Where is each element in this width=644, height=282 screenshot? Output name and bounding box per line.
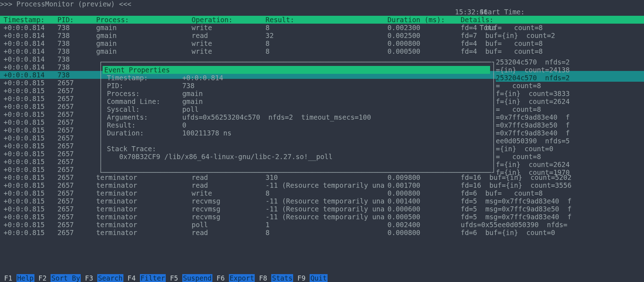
cell-process: gmain [96,32,192,39]
popup-border-right-icon: │ [492,82,496,90]
cell-duration: 0.002400 [387,221,461,229]
details-fragment: │253204c570 nfds=2 [492,74,644,82]
fn-filter-button[interactable]: Filter [140,274,166,282]
fn-stats-button[interactable]: Stats [271,274,293,282]
cell-result: 8 [265,47,387,55]
cell-pid: 2657 [57,221,96,229]
cell-pid: 2657 [57,126,96,134]
cell-result: -11 (Resource temporarily una [265,181,387,189]
details-fragment-text: ={in} count=24138 [496,66,644,74]
col-pid[interactable]: PID: [57,16,96,24]
cell-timestamp: +0:0:0.815 [0,134,57,142]
popup-border-right-icon: │ [492,66,496,74]
cell-pid: 738 [57,71,96,79]
fn-key: F9 [293,274,310,282]
popup-field-row: │ Duration:100211378 ns [99,129,491,137]
table-row[interactable]: +0:0:0.814738gmainread320.002500fd=7 buf… [0,32,644,39]
cell-result: 8 [265,39,387,47]
cell-timestamp: +0:0:0.815 [0,181,57,189]
cell-duration: 0.000600 [387,205,461,213]
popup-field-row: │ Syscall:poll [99,105,491,113]
cell-timestamp: +0:0:0.814 [0,47,57,55]
col-timestamp[interactable]: Timestamp: [0,16,57,24]
popup-field-row: │ Result:0 [99,121,491,129]
cell-pid: 2657 [57,79,96,87]
col-process[interactable]: Process: [96,16,192,24]
function-key-bar[interactable]: F1 Help F2 Sort By F3 Search F4 Filter F… [0,274,644,282]
details-fragment: │f={in} count=2624 [492,97,644,105]
cell-pid: 2657 [57,102,96,110]
table-row[interactable]: +0:0:0.8152657terminatorread80.000800fd=… [0,229,644,236]
details-fragment: ┘f={in} count=1970 [492,168,644,176]
fn-quit-button[interactable]: Quit [310,274,328,282]
cell-process: gmain [96,47,192,55]
fn-sort-by-button[interactable]: Sort By [51,274,81,282]
popup-field-value: 738 [182,82,194,90]
cell-timestamp: +0:0:0.814 [0,24,57,32]
cell-details: fd=6 buf={in} count=0 [461,229,644,236]
cell-timestamp: +0:0:0.815 [0,118,57,126]
table-row[interactable]: +0:0:0.8152657terminatorwrite80.000800fd… [0,189,644,197]
time-row: 15:32:46 [0,8,644,16]
details-fragment: │= count=8 [492,153,644,161]
title-bar: >>> ProcessMonitor (preview) <<< Start T… [0,0,644,8]
popup-border-right-icon: │ [492,105,496,113]
cell-operation: recvmsg [192,197,265,205]
cell-timestamp: +0:0:0.814 [0,32,57,39]
column-header[interactable]: Timestamp: PID: Process: Operation: Resu… [0,16,644,24]
details-fragment: │=0x7ffc9ad83e40 f [492,129,644,137]
popup-field-label: Timestamp: [107,74,182,82]
cell-operation: write [192,24,265,32]
col-result[interactable]: Result: [265,16,387,24]
fn-key: F5 [166,274,182,282]
cell-pid: 2657 [57,110,96,118]
cell-pid: 738 [57,63,96,71]
details-fragment: │f={in} count=3833 [492,90,644,97]
cell-timestamp: +0:0:0.815 [0,166,57,173]
table-row[interactable]: +0:0:0.814738gmainwrite80.000800fd=4 buf… [0,39,644,47]
details-fragment-text: f={in} count=1970 [496,168,644,176]
fn-export-button[interactable]: Export [229,274,255,282]
popup-field-row: │ PID:738 [99,82,491,90]
popup-fields: │ Timestamp:+0:0:0.814│ PID:738│ Process… [99,74,491,137]
table-row[interactable]: +0:0:0.8152657terminatorrecvmsg-11 (Reso… [0,213,644,221]
col-duration[interactable]: Duration (ms): [387,16,461,24]
cell-process: gmain [96,24,192,32]
col-operation[interactable]: Operation: [192,16,265,24]
cell-timestamp: +0:0:0.815 [0,229,57,236]
details-fragment: │ee0d050390 nfds=5 [492,137,644,145]
cell-operation: write [192,39,265,47]
table-row[interactable]: +0:0:0.8152657terminatorpoll10.002400ufd… [0,221,644,229]
cell-pid: 738 [57,32,96,39]
cell-timestamp: +0:0:0.815 [0,95,57,102]
table-row[interactable]: +0:0:0.814738gmainwrite80.002300fd=4 buf… [0,24,644,32]
cell-process: terminator [96,189,192,197]
cell-timestamp: +0:0:0.814 [0,55,57,63]
details-fragment-text: f={in} count=3833 [496,90,644,97]
table-row[interactable]: +0:0:0.8152657terminatorread-11 (Resourc… [0,181,644,189]
cell-timestamp: +0:0:0.814 [0,71,57,79]
cell-operation: read [192,229,265,236]
cell-process: terminator [96,181,192,189]
cell-timestamp: +0:0:0.815 [0,197,57,205]
fn-suspend-button[interactable]: Suspend [182,274,212,282]
cell-pid: 2657 [57,213,96,221]
popup-border-right-icon: │ [492,121,496,129]
fn-search-button[interactable]: Search [97,274,123,282]
table-row[interactable]: +0:0:0.814738gmainwrite80.000500fd=4 buf… [0,47,644,55]
fn-key: F4 [123,274,140,282]
cell-pid: 2657 [57,197,96,205]
event-properties-popup[interactable]: ┌───────────────────────────────────────… [99,58,491,176]
cell-operation: poll [192,221,265,229]
popup-field-row: │ Timestamp:+0:0:0.814 [99,74,491,82]
table-row[interactable]: +0:0:0.8152657terminatorrecvmsg-11 (Reso… [0,205,644,213]
popup-field-label: Duration: [107,129,182,137]
col-details[interactable]: Details: [461,16,644,24]
table-row[interactable]: +0:0:0.8152657terminatorrecvmsg-11 (Reso… [0,197,644,205]
details-fragment-text: ={in} count=0 [496,145,644,153]
popup-field-label: Syscall: [107,105,182,113]
fn-help-button[interactable]: Help [17,274,34,282]
details-fragment-text: =0x7ffc9ad83e40 f [496,129,644,137]
cell-duration: 0.000500 [387,213,461,221]
popup-field-label: Command Line: [107,97,182,105]
